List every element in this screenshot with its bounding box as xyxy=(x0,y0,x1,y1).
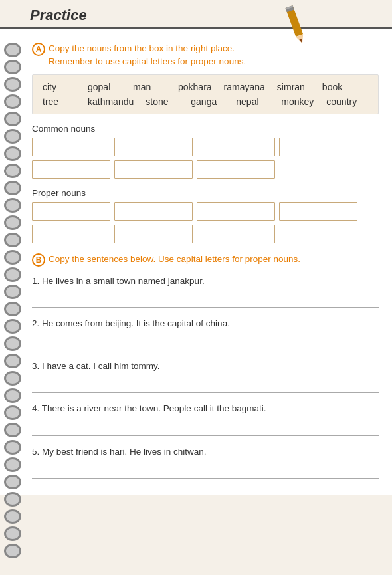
section-a-instruction: Copy the nouns from the box in the right… xyxy=(49,42,246,69)
section-a-header: A Copy the nouns from the box in the rig… xyxy=(32,42,379,69)
word-nepal: nepal xyxy=(236,96,269,107)
instruction-line2: Remember to use capital letters for prop… xyxy=(49,57,246,66)
proper-noun-box-5[interactable] xyxy=(32,225,110,243)
write-line-2 xyxy=(32,336,379,350)
word-box: city gopal man pokhara ramayana simran b… xyxy=(32,74,379,114)
common-noun-box-7[interactable] xyxy=(197,160,275,179)
common-noun-box-4[interactable] xyxy=(279,138,357,156)
proper-noun-box-2[interactable] xyxy=(114,202,193,221)
word-ramayana: ramayana xyxy=(224,82,265,92)
write-line-5 xyxy=(32,464,379,479)
proper-nouns-row1 xyxy=(32,202,379,221)
proper-nouns-section: Proper nouns xyxy=(32,188,379,243)
proper-noun-box-1[interactable] xyxy=(32,202,110,221)
title-bar: Practice xyxy=(0,0,392,29)
common-noun-box-1[interactable] xyxy=(32,138,110,156)
common-noun-box-6[interactable] xyxy=(114,160,193,179)
proper-noun-box-6[interactable] xyxy=(114,225,193,243)
section-b-instruction: Copy the sentences below. Use capital le… xyxy=(49,253,300,266)
word-monkey: monkey xyxy=(281,96,314,107)
word-country: country xyxy=(326,96,359,107)
sentence-item-5: 5. My best friend is hari. He lives in c… xyxy=(32,445,379,479)
sentence-item-3: 3. I have a cat. I call him tommy. xyxy=(32,360,379,393)
pencil-icon xyxy=(279,0,312,50)
word-book: book xyxy=(322,82,355,92)
common-noun-box-5[interactable] xyxy=(32,160,110,179)
word-gopal: gopal xyxy=(88,82,121,92)
write-line-3 xyxy=(32,378,379,393)
word-row-1: city gopal man pokhara ramayana simran b… xyxy=(43,82,368,92)
common-noun-box-2[interactable] xyxy=(114,138,193,156)
sentence-item-4: 4. There is a river near the town. Peopl… xyxy=(32,402,379,435)
page-title: Practice xyxy=(30,7,87,24)
word-stone: stone xyxy=(146,96,179,107)
common-nouns-label: Common nouns xyxy=(32,124,379,134)
word-ganga: ganga xyxy=(191,96,224,107)
section-a-circle: A xyxy=(32,43,45,56)
word-man: man xyxy=(133,82,166,92)
page-container: Practice A Copy the nouns from the box i… xyxy=(0,0,392,575)
sentence-item-2: 2. He comes from beijing. It is the capi… xyxy=(32,317,379,350)
word-city: city xyxy=(43,82,76,92)
sentence-text-3: 3. I have a cat. I call him tommy. xyxy=(32,360,379,373)
section-b-circle: B xyxy=(32,253,45,267)
section-b-header: B Copy the sentences below. Use capital … xyxy=(32,253,379,267)
word-kathmandu: kathmandu xyxy=(88,96,134,107)
proper-noun-box-3[interactable] xyxy=(197,202,275,221)
main-content: A Copy the nouns from the box in the rig… xyxy=(0,29,392,495)
word-pokhara: pokhara xyxy=(178,82,212,92)
common-nouns-section: Common nouns xyxy=(32,124,379,179)
write-line-1 xyxy=(32,293,379,308)
spiral-binding xyxy=(0,40,25,572)
sentence-item-1: 1. He lives in a small town named janakp… xyxy=(32,275,379,308)
sentence-text-4: 4. There is a river near the town. Peopl… xyxy=(32,402,379,415)
write-line-4 xyxy=(32,421,379,436)
instruction-line1: Copy the nouns from the box in the right… xyxy=(49,43,235,53)
sentence-text-2: 2. He comes from beijing. It is the capi… xyxy=(32,317,379,330)
common-noun-box-3[interactable] xyxy=(197,138,275,156)
word-simran: simran xyxy=(277,82,310,92)
proper-noun-box-7[interactable] xyxy=(197,225,275,243)
proper-nouns-label: Proper nouns xyxy=(32,188,379,198)
common-nouns-row1 xyxy=(32,138,379,156)
sentence-text-1: 1. He lives in a small town named janakp… xyxy=(32,275,379,288)
proper-noun-box-4[interactable] xyxy=(279,202,357,221)
word-row-2: tree kathmandu stone ganga nepal monkey … xyxy=(43,96,368,107)
proper-nouns-row2 xyxy=(32,225,379,243)
common-nouns-row2 xyxy=(32,160,379,179)
word-tree: tree xyxy=(43,96,76,107)
sentence-text-5: 5. My best friend is hari. He lives in c… xyxy=(32,445,379,459)
